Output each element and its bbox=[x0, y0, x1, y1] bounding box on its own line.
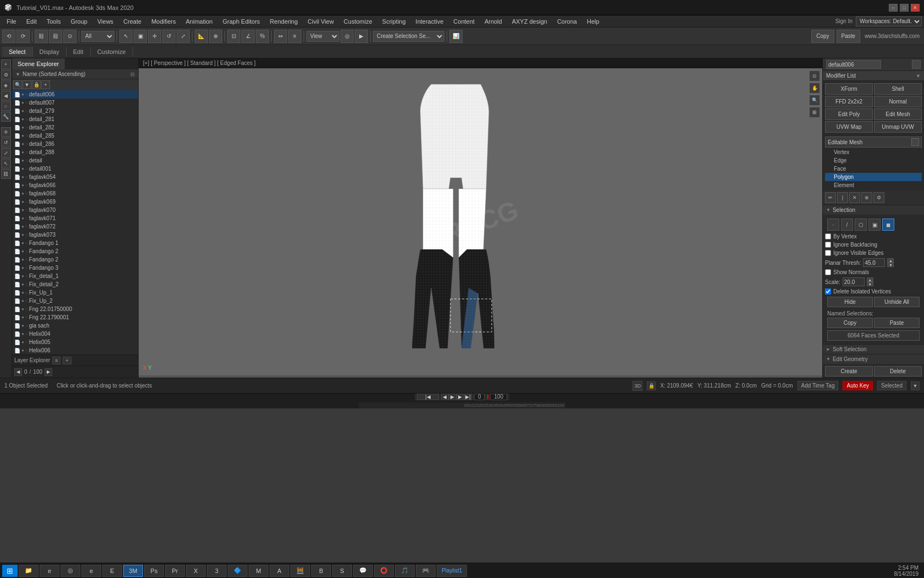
taskbar-3ds-max[interactable]: 3M bbox=[123, 565, 143, 577]
render-setup[interactable]: ◎ bbox=[340, 30, 354, 43]
object-color-swatch[interactable] bbox=[912, 60, 921, 69]
snap-toggle[interactable]: ⊡ bbox=[227, 30, 240, 43]
graph-editors-btn[interactable]: 📊 bbox=[449, 30, 463, 43]
polygon-item[interactable]: Polygon bbox=[825, 173, 922, 181]
ignore-visible-edges-checkbox[interactable] bbox=[825, 250, 831, 256]
taskbar-app-10[interactable]: 3 bbox=[207, 565, 227, 577]
scene-item[interactable]: 📄 ● ○ detail_282 bbox=[12, 123, 138, 132]
edge-mode-icon[interactable]: | bbox=[837, 192, 848, 203]
select-region-button[interactable]: ▣ bbox=[134, 30, 147, 43]
scene-item[interactable]: 📄 ● ○ Fng 22.1790001 bbox=[12, 313, 138, 321]
link-icon[interactable]: ⛓ bbox=[1, 169, 11, 179]
planar-thresh-input[interactable] bbox=[863, 258, 885, 267]
editable-mesh-header[interactable]: Editable Mesh bbox=[825, 137, 922, 148]
tab-select[interactable]: Select bbox=[2, 47, 33, 57]
snap-3d-btn[interactable]: 3D bbox=[632, 381, 642, 391]
weld-mode-icon[interactable]: ⊕ bbox=[861, 192, 872, 203]
menu-axyz-design[interactable]: AXYZ design bbox=[508, 17, 552, 26]
selected-dropdown[interactable]: Selected bbox=[877, 381, 906, 390]
scene-item[interactable]: 📄 ● ○ faglavk054 bbox=[12, 173, 138, 181]
next-frame-btn[interactable]: ▶ bbox=[457, 394, 464, 400]
vertex-item[interactable]: Vertex bbox=[825, 148, 922, 156]
scene-item[interactable]: 📄 ● ○ Fix_detail_1 bbox=[12, 272, 138, 280]
taskbar-ps[interactable]: Ps bbox=[144, 565, 164, 577]
taskbar-app-18[interactable]: ⭕ bbox=[374, 565, 394, 577]
scale-input[interactable] bbox=[843, 277, 865, 286]
create-button[interactable]: Create bbox=[825, 366, 873, 377]
reference-coord[interactable]: 📐 bbox=[195, 30, 208, 43]
select-button[interactable]: ↖ bbox=[119, 30, 133, 43]
menu-arnold[interactable]: Arnold bbox=[480, 17, 507, 26]
redo-button[interactable]: ⟳ bbox=[16, 30, 30, 43]
scene-item[interactable]: 📄 ● ○ faglavk071 bbox=[12, 214, 138, 222]
scene-item[interactable]: 📄 ● ○ faglavk070 bbox=[12, 206, 138, 214]
copy-selection-button[interactable]: Copy bbox=[827, 318, 873, 328]
scale-icon[interactable]: ⤢ bbox=[1, 148, 11, 158]
paste-selection-button[interactable]: Paste bbox=[874, 318, 920, 328]
scene-item[interactable]: 📄 ● ○ Fandango 2 bbox=[12, 247, 138, 255]
uvw-map-btn[interactable]: UVW Map bbox=[825, 121, 873, 133]
add-btn[interactable]: + bbox=[41, 80, 50, 89]
sel-vertex-icon[interactable]: · bbox=[827, 219, 839, 231]
close-button[interactable]: ✕ bbox=[911, 4, 920, 12]
scene-item[interactable]: 📄 ● ○ Fng 22.01750000 bbox=[12, 305, 138, 313]
prev-frame-btn[interactable]: ◀ bbox=[441, 394, 449, 400]
render-button[interactable]: ▶ bbox=[355, 30, 368, 43]
viewport[interactable]: [+] [ Perspective ] [ Standard ] [ Edged… bbox=[139, 58, 822, 378]
mirror-button[interactable]: ⇔ bbox=[274, 30, 287, 43]
scene-item[interactable]: 📄 ● ○ Helix005 bbox=[12, 338, 138, 346]
taskbar-excel[interactable]: X bbox=[186, 565, 206, 577]
scene-item[interactable]: 📄 ● ○ Fix_Up_1 bbox=[12, 288, 138, 297]
by-vertex-checkbox[interactable] bbox=[825, 233, 831, 239]
maximize-button[interactable]: □ bbox=[900, 4, 909, 12]
soft-selection-title[interactable]: ► Soft Selection bbox=[823, 345, 924, 354]
angle-snap[interactable]: ∠ bbox=[241, 30, 255, 43]
copy-toolbar-button[interactable]: Copy bbox=[811, 30, 834, 43]
normal-btn[interactable]: Normal bbox=[874, 96, 922, 107]
start-button[interactable]: ⊞ bbox=[2, 565, 18, 577]
scene-item[interactable]: 📄 ● ○ Fandango 2 bbox=[12, 255, 138, 264]
tab-edit[interactable]: Edit bbox=[67, 47, 91, 57]
scene-item[interactable]: 📄 ● ○ default007 bbox=[12, 99, 138, 107]
scene-item[interactable]: 📄 ● ○ detail bbox=[12, 156, 138, 165]
rotate-button[interactable]: ↺ bbox=[162, 30, 175, 43]
zoom-button[interactable]: 🔍 bbox=[809, 95, 820, 106]
unlink-button[interactable]: ⛓ bbox=[49, 30, 62, 43]
scene-item[interactable]: 📄 ● ○ faglavk068 bbox=[12, 189, 138, 198]
show-normals-checkbox[interactable] bbox=[825, 269, 831, 275]
face-item[interactable]: Face bbox=[825, 165, 922, 173]
menu-group[interactable]: Group bbox=[66, 17, 92, 26]
object-name-input[interactable] bbox=[826, 60, 881, 69]
menu-civil-view[interactable]: Civil View bbox=[303, 17, 338, 26]
taskbar-pr[interactable]: Pr bbox=[165, 565, 185, 577]
create-selection-dropdown[interactable]: Create Selection Se... bbox=[373, 31, 444, 42]
menu-content[interactable]: Content bbox=[449, 17, 479, 26]
scene-item[interactable]: 📄 ● ○ Fix_Up_2 bbox=[12, 297, 138, 305]
delete-button[interactable]: Delete bbox=[874, 366, 922, 377]
scene-explorer-tab[interactable]: Scene Explorer bbox=[12, 58, 65, 69]
workspace-select[interactable]: Workspaces: Default... bbox=[856, 17, 922, 26]
menu-corona[interactable]: Corona bbox=[553, 17, 581, 26]
bind-space-warp[interactable]: ⊙ bbox=[63, 30, 76, 43]
planar-up-btn[interactable]: ▲ bbox=[887, 258, 894, 263]
play-btn[interactable]: ▶ bbox=[449, 394, 457, 400]
scene-item[interactable]: 📄 ● ○ Fix_detail_2 bbox=[12, 280, 138, 288]
edge-item[interactable]: Edge bbox=[825, 156, 922, 165]
menu-tools[interactable]: Tools bbox=[42, 17, 65, 26]
menu-create[interactable]: Create bbox=[119, 17, 146, 26]
scene-item[interactable]: 📄 ● ○ detail_281 bbox=[12, 115, 138, 123]
editable-mesh-options-btn[interactable] bbox=[911, 138, 919, 146]
scene-item[interactable]: 📄 ● ○ Helix004 bbox=[12, 330, 138, 338]
menu-interactive[interactable]: Interactive bbox=[411, 17, 448, 26]
filter-btn[interactable]: ▼ bbox=[23, 80, 31, 89]
pivot-button[interactable]: ⊕ bbox=[209, 30, 222, 43]
search-icon[interactable]: 🔍 bbox=[13, 80, 22, 89]
menu-views[interactable]: Views bbox=[93, 17, 118, 26]
create-icon[interactable]: + bbox=[1, 59, 11, 69]
link-button[interactable]: ⛓ bbox=[35, 30, 48, 43]
scene-item[interactable]: 📄 ● ○ Fandango 3 bbox=[12, 264, 138, 272]
scale-down-btn[interactable]: ▼ bbox=[867, 282, 873, 286]
tab-display[interactable]: Display bbox=[33, 47, 67, 57]
unmap-uvw-btn[interactable]: Unmap UVW bbox=[874, 121, 922, 133]
modifier-list-dropdown-icon[interactable]: ▼ bbox=[916, 73, 921, 79]
